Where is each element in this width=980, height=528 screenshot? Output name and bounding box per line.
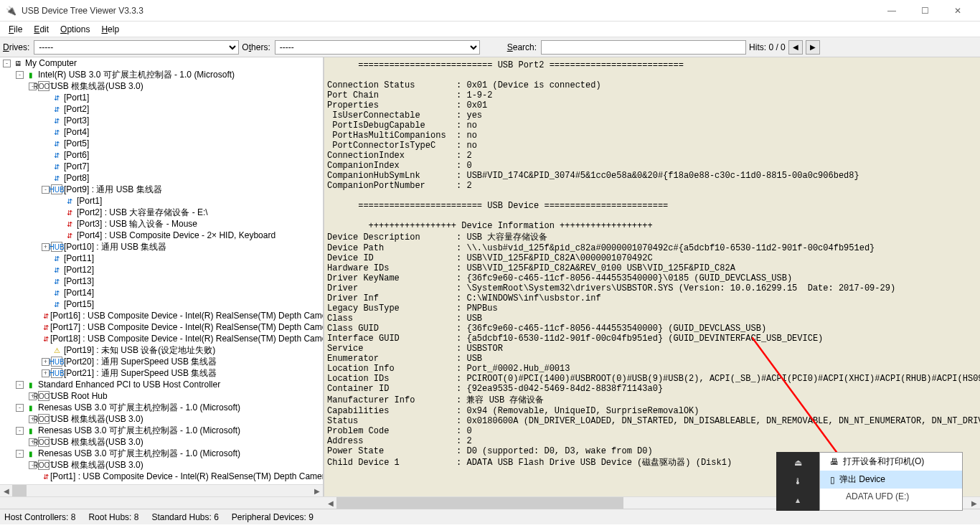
minimize-button[interactable]: — — [875, 0, 908, 22]
expander — [42, 151, 50, 159]
tree-node[interactable]: -USB 根集线器(USB 3.0) — [0, 459, 323, 471]
tree-node[interactable]: [Port6] — [0, 149, 323, 161]
tree-node[interactable]: -My Computer — [0, 57, 323, 69]
next-hit-button[interactable]: ▶ — [806, 40, 820, 55]
tree-node[interactable]: [Port15] — [0, 298, 323, 310]
window-title: USB Device Tree Viewer V3.3.3 — [22, 6, 875, 16]
tree-label: USB 根集线器(USB 3.0) — [51, 436, 143, 448]
maximize-button[interactable]: ☐ — [908, 0, 941, 22]
port-icon — [64, 196, 75, 206]
tree-label: Renesas USB 3.0 可扩展主机控制器 - 1.0 (Microsof… — [38, 425, 240, 437]
tree-label: [Port2] : USB 大容量存储设备 - E:\ — [77, 207, 208, 219]
detail-pane[interactable]: ========================== USB Port2 ===… — [324, 57, 980, 496]
port-icon — [51, 127, 62, 137]
tree-node[interactable]: -Renesas USB 3.0 可扩展主机控制器 - 1.0 (Microso… — [0, 402, 323, 413]
tree-node[interactable]: [Port4] — [0, 126, 323, 138]
tree-node[interactable]: [Port14] — [0, 287, 323, 298]
others-select[interactable]: ----- — [275, 40, 480, 55]
eject-drive-subitem[interactable]: ADATA UFD (E:) — [820, 489, 962, 504]
tree-node[interactable]: [Port2] — [0, 103, 323, 115]
port-icon — [51, 161, 62, 171]
root-icon — [38, 81, 50, 91]
dev-icon — [43, 334, 49, 344]
tree-node[interactable]: +USB Root Hub — [0, 390, 323, 402]
dev-icon — [43, 311, 49, 321]
expander[interactable]: - — [42, 186, 50, 194]
prev-hit-button[interactable]: ◀ — [788, 40, 803, 55]
expander — [42, 255, 50, 263]
tree-node[interactable]: [Port5] — [0, 138, 323, 149]
tree-label: [Port21] : 通用 SuperSpeed USB 集线器 — [64, 367, 217, 380]
menu-file[interactable]: File — [3, 23, 28, 36]
tree-label: [Port18] : USB Composite Device - Intel(… — [50, 334, 324, 344]
tree-node[interactable]: +USB 根集线器(USB 3.0) — [0, 413, 323, 425]
menu-options[interactable]: Options — [55, 23, 95, 36]
root-icon — [38, 414, 50, 424]
status-root-hubs: Root Hubs: 8 — [88, 512, 138, 522]
eject-tray-icon[interactable]: ⏏ — [794, 458, 802, 468]
port-icon — [51, 299, 62, 309]
search-input[interactable] — [541, 40, 746, 55]
expander[interactable]: - — [16, 427, 24, 435]
device-tree[interactable]: -My Computer-Intel(R) USB 3.0 可扩展主机控制器 -… — [0, 57, 324, 496]
tree-node[interactable]: -USB 根集线器(USB 3.0) — [0, 80, 323, 92]
tree-node[interactable]: [Port16] : USB Composite Device - Intel(… — [0, 310, 323, 321]
drives-select[interactable]: ----- — [34, 40, 239, 55]
expander[interactable]: - — [16, 450, 24, 458]
tree-node[interactable]: +[Port20] : 通用 SuperSpeed USB 集线器 — [0, 356, 323, 367]
expander — [55, 220, 62, 228]
menu-help[interactable]: Help — [95, 23, 125, 36]
tree-node[interactable]: [Port1] : USB Composite Device - Intel(R… — [0, 471, 323, 482]
tree-node[interactable]: -Intel(R) USB 3.0 可扩展主机控制器 - 1.0 (Micros… — [0, 69, 323, 80]
expander[interactable]: + — [42, 358, 50, 366]
warn-icon — [51, 345, 62, 355]
tree-node[interactable]: [Port7] — [0, 161, 323, 172]
tree-node[interactable]: +USB 根集线器(USB 3.0) — [0, 436, 323, 448]
expander[interactable]: + — [42, 369, 50, 377]
open-devices-printers-item[interactable]: 🖶 打开设备和打印机(O) — [820, 453, 962, 471]
tree-node[interactable]: [Port11] — [0, 253, 323, 264]
expand-tray-icon[interactable]: ▴ — [796, 495, 800, 505]
tree-node[interactable]: [Port17] : USB Composite Device - Intel(… — [0, 321, 323, 333]
tree-node[interactable]: [Port4] : USB Composite Device - 2× HID,… — [0, 230, 323, 241]
tree-node[interactable]: [Port1] — [0, 92, 323, 103]
close-button[interactable]: ✕ — [941, 0, 974, 22]
menu-edit[interactable]: Edit — [28, 23, 55, 36]
expander — [42, 278, 50, 286]
tree-node[interactable]: [Port1] — [0, 195, 323, 207]
tree-node[interactable]: [Port18] : USB Composite Device - Intel(… — [0, 333, 323, 344]
expander[interactable]: - — [16, 71, 24, 79]
hc-icon — [25, 402, 37, 412]
tree-node[interactable]: -Standard Enhanced PCI to USB Host Contr… — [0, 379, 323, 390]
thermometer-icon[interactable]: 🌡 — [793, 476, 802, 486]
tree-node[interactable]: -Renesas USB 3.0 可扩展主机控制器 - 1.0 (Microso… — [0, 425, 323, 436]
drive-icon: ▯ — [830, 475, 835, 485]
tree-label: USB Root Hub — [51, 391, 108, 401]
tree-node[interactable]: [Port12] — [0, 264, 323, 275]
others-label: Others: — [242, 42, 270, 52]
tree-label: [Port20] : 通用 SuperSpeed USB 集线器 — [64, 356, 217, 368]
tree-node[interactable]: [Port13] — [0, 275, 323, 287]
status-standard-hubs: Standard Hubs: 6 — [151, 512, 218, 522]
tree-label: My Computer — [25, 58, 77, 68]
tree-label: [Port2] — [64, 104, 89, 114]
tree-node[interactable]: +[Port10] : 通用 USB 集线器 — [0, 241, 323, 253]
tree-node[interactable]: [Port3] : USB 输入设备 - Mouse — [0, 218, 323, 230]
expander[interactable]: + — [42, 243, 50, 251]
tree-node[interactable]: [Port2] : USB 大容量存储设备 - E:\ — [0, 207, 323, 218]
tree-node[interactable]: [Port3] — [0, 115, 323, 126]
tree-node[interactable]: [Port19] : 未知 USB 设备(设定地址失败) — [0, 344, 323, 356]
hub-icon — [51, 242, 62, 252]
expander[interactable]: - — [16, 404, 24, 412]
tree-node[interactable]: -Renesas USB 3.0 可扩展主机控制器 - 1.0 (Microso… — [0, 448, 323, 459]
tree-node[interactable]: -[Port9] : 通用 USB 集线器 — [0, 184, 323, 195]
tree-node[interactable]: [Port8] — [0, 172, 323, 184]
expander — [42, 266, 50, 274]
expander[interactable]: - — [16, 381, 24, 389]
eject-device-item[interactable]: ▯ 弹出 Device — [820, 471, 962, 489]
tree-hscrollbar[interactable]: ◀▶ — [0, 484, 323, 496]
expander — [42, 105, 50, 113]
tree-node[interactable]: +[Port21] : 通用 SuperSpeed USB 集线器 — [0, 367, 323, 379]
tree-label: [Port11] — [64, 253, 94, 263]
expander[interactable]: - — [3, 60, 11, 67]
